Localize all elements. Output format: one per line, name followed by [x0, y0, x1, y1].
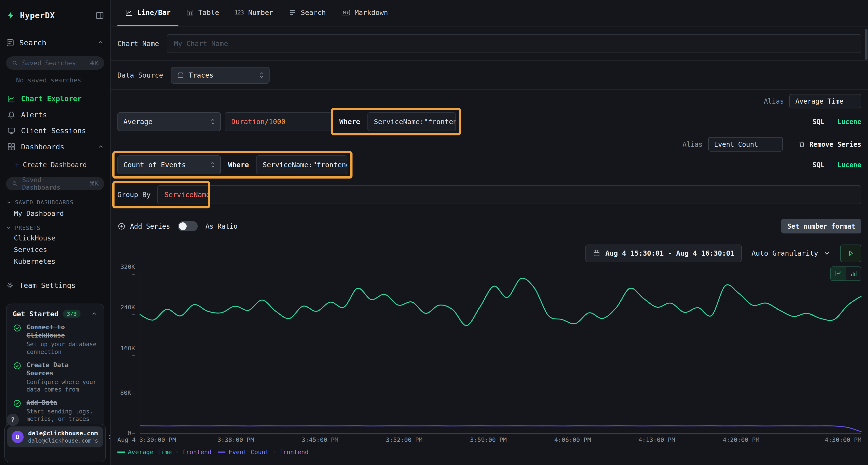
- circle-plus-icon: [117, 222, 126, 230]
- preset-item[interactable]: Kubernetes: [6, 256, 104, 267]
- series-row-2: Count of Events Where ServiceName:"front…: [117, 156, 862, 174]
- list-icon: [289, 9, 296, 16]
- as-ratio-toggle[interactable]: [178, 221, 198, 231]
- x-tick-label: Aug 4 3:30:00 PM: [117, 436, 176, 443]
- user-menu[interactable]: D dale@clickhouse.com dale@clickhouse.co…: [7, 427, 103, 447]
- number-123-icon: 123: [235, 9, 244, 16]
- sidebar-item-dashboards[interactable]: Dashboards: [6, 139, 104, 155]
- dashboard-item[interactable]: My Dashboard: [6, 207, 104, 220]
- trash-icon: [798, 141, 806, 148]
- tab-number[interactable]: 123 Number: [227, 0, 281, 26]
- divider: [111, 60, 868, 61]
- group-by-row: Group By ServiceName: [117, 185, 862, 204]
- x-tick-label: 3:45:00 PM: [302, 436, 338, 443]
- team-settings-button[interactable]: Team Settings: [6, 277, 104, 294]
- group-by-label: Group By: [117, 191, 151, 199]
- sidebar-item-alerts[interactable]: Alerts: [6, 107, 104, 123]
- tab-table[interactable]: Table: [179, 0, 227, 26]
- y-tick-label: 240K: [117, 304, 135, 318]
- user-email: dale@clickhouse.com: [28, 430, 98, 437]
- app-title: HyperDX: [20, 11, 55, 20]
- alias-label: Alias: [683, 140, 703, 148]
- series-line: [140, 426, 862, 432]
- data-source-value: Traces: [189, 71, 214, 79]
- series2-aggregation-select[interactable]: Count of Events: [117, 156, 221, 174]
- line-view-button[interactable]: [831, 267, 846, 280]
- remove-series-button[interactable]: Remove Series: [798, 140, 862, 148]
- tab-markdown[interactable]: Markdown: [334, 0, 396, 26]
- sidebar: HyperDX Search Saved Searches ⌘K No s: [0, 0, 111, 465]
- y-tick-label: 80K: [117, 389, 135, 396]
- get-started-title: Get Started: [13, 310, 59, 318]
- sql-toggle[interactable]: SQL: [812, 161, 825, 169]
- series1-aggregation-select[interactable]: Average: [117, 112, 221, 131]
- create-dashboard-button[interactable]: + Create Dashboard: [6, 158, 104, 171]
- series2-where-input[interactable]: ServiceName:"frontend": [256, 156, 347, 174]
- x-tick-label: 4:13:00 PM: [639, 436, 675, 443]
- play-icon: [847, 250, 855, 257]
- series2-language-toggle: SQL | Lucene: [812, 161, 862, 169]
- granularity-select[interactable]: Auto Granularity: [748, 244, 834, 262]
- sql-toggle[interactable]: SQL: [812, 118, 825, 126]
- shortcut-badge: ⌘K: [89, 180, 99, 187]
- search-section-label: Search: [19, 38, 46, 47]
- help-button[interactable]: ?: [7, 414, 19, 426]
- series1-where-input[interactable]: ServiceName:"frontend": [368, 112, 456, 131]
- user-org: dale@clickhouse.com's: [28, 437, 98, 444]
- series1-language-toggle: SQL | Lucene: [812, 118, 862, 126]
- select-chevrons-icon: [258, 72, 265, 79]
- x-tick-label: 4:06:00 PM: [554, 436, 591, 443]
- presets-header[interactable]: PRESETS: [6, 223, 104, 232]
- series2-alias-input[interactable]: [708, 137, 783, 152]
- chevron-up-icon[interactable]: [91, 310, 98, 317]
- sidebar-item-label: Dashboards: [21, 143, 64, 151]
- plus-icon: +: [15, 161, 19, 169]
- tab-search[interactable]: Search: [281, 0, 334, 26]
- series-row-1: Average Duration/1000 Where ServiceName:…: [117, 112, 862, 131]
- shortcut-badge: ⌘K: [89, 60, 99, 66]
- get-started-item[interactable]: Add Data Start sending logs, metrics, or…: [13, 399, 98, 423]
- lucene-toggle[interactable]: Lucene: [837, 161, 862, 169]
- data-source-label: Data Source: [117, 71, 163, 79]
- date-range-picker[interactable]: Aug 4 15:30:01 - Aug 4 16:30:01: [585, 244, 741, 262]
- get-started-item[interactable]: Connect to ClickHouse Set up your databa…: [13, 323, 98, 356]
- saved-dashboards-input[interactable]: Saved Dashboards ⌘K: [6, 177, 104, 190]
- x-tick-label: 3:59:00 PM: [470, 436, 507, 443]
- sidebar-item-client-sessions[interactable]: Client Sessions: [6, 123, 104, 139]
- avatar: D: [11, 431, 24, 443]
- lucene-toggle[interactable]: Lucene: [837, 118, 862, 126]
- data-source-select[interactable]: Traces: [171, 67, 270, 84]
- collapse-sidebar-icon[interactable]: [95, 11, 104, 20]
- set-number-format-button[interactable]: Set number format: [781, 219, 861, 233]
- saved-dashboards-header[interactable]: SAVED DASHBOARDS: [6, 198, 104, 207]
- sidebar-item-chart-explorer[interactable]: Chart Explorer: [6, 91, 104, 107]
- group-by-input[interactable]: ServiceName: [157, 185, 861, 204]
- logo-row: HyperDX: [6, 0, 104, 31]
- add-series-button[interactable]: Add Series: [117, 222, 170, 230]
- monitor-icon: [7, 127, 16, 135]
- bar-view-button[interactable]: [846, 267, 861, 280]
- bell-icon: [7, 110, 16, 119]
- run-query-button[interactable]: [840, 244, 861, 262]
- legend-entry-event-count[interactable]: Event Count · frontend: [218, 449, 309, 456]
- preset-item[interactable]: Services: [6, 244, 104, 255]
- legend-entry-average-time[interactable]: Average Time · frontend: [117, 449, 212, 456]
- tab-line-bar[interactable]: Line/Bar: [117, 0, 179, 26]
- chart-name-input[interactable]: [167, 34, 862, 53]
- scrollbar-thumb[interactable]: [865, 29, 867, 60]
- sidebar-item-label: Chart Explorer: [21, 94, 82, 103]
- user-card: D dale@clickhouse.com dale@clickhouse.co…: [4, 424, 105, 463]
- chart-plot-area[interactable]: 320K 240K 160K 80K 0: [140, 270, 862, 434]
- sidebar-item-label: Client Sessions: [21, 127, 86, 135]
- chevron-right-icon: [107, 434, 111, 440]
- search-section-header[interactable]: Search: [6, 34, 104, 51]
- preset-item[interactable]: ClickHouse: [6, 232, 104, 244]
- app-root: HyperDX Search Saved Searches ⌘K No s: [0, 0, 868, 465]
- as-ratio-label: As Ratio: [206, 222, 238, 230]
- saved-searches-input[interactable]: Saved Searches ⌘K: [6, 56, 104, 70]
- get-started-item[interactable]: Create Data Sources Configure where your…: [13, 361, 98, 394]
- series-line: [140, 278, 862, 326]
- x-tick-label: 3:38:00 PM: [217, 436, 254, 443]
- series1-alias-input[interactable]: [789, 94, 861, 108]
- series1-field-input[interactable]: Duration/1000: [225, 112, 332, 131]
